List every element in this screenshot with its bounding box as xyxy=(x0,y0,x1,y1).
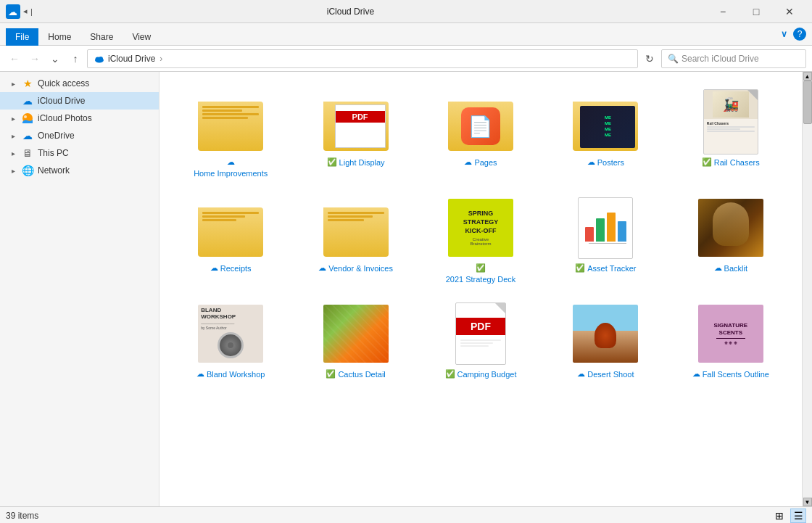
label-home-improvements: ☁ Home Improvements xyxy=(191,157,270,178)
tab-view[interactable]: View xyxy=(123,28,160,45)
file-item-strategy-deck[interactable]: SPRINGSTRATEGYKICK-OFF CreativeBrainstor… xyxy=(421,189,540,289)
dropdown-recent-button[interactable]: ⌄ xyxy=(46,50,64,67)
minimize-button[interactable]: − xyxy=(706,0,740,23)
sidebar-item-quick-access[interactable]: ▸ ★ Quick access xyxy=(0,75,159,92)
file-item-backlit[interactable]: ☁ Backlit xyxy=(671,189,790,289)
ribbon-expand[interactable]: ∨ xyxy=(775,26,793,42)
cloud-status-icon-5: ☁ xyxy=(318,263,326,273)
expand-icon-5: ▸ xyxy=(9,149,17,157)
sidebar-item-onedrive[interactable]: ▸ ☁ OneDrive xyxy=(0,127,159,144)
cloud-status-icon: ☁ xyxy=(227,157,235,167)
scroll-down-btn[interactable]: ▼ xyxy=(803,498,812,506)
thumb-camping-budget: PDF xyxy=(444,301,517,366)
sidebar-label-icloud-drive: iCloud Drive xyxy=(38,96,85,106)
onedrive-icon: ☁ xyxy=(22,130,33,141)
label-light-display: ✅ Light Display xyxy=(327,157,385,167)
file-item-vendor-invoices[interactable]: ☁ Vendor & Invoices xyxy=(296,189,415,289)
sidebar-item-network[interactable]: ▸ 🌐 Network xyxy=(0,162,159,179)
sidebar-item-icloud-drive[interactable]: ▸ ☁ iCloud Drive xyxy=(0,92,159,110)
expand-icon-4: ▸ xyxy=(9,131,17,140)
ribbon-tabs: File Home Share View ∨ ? xyxy=(0,23,812,45)
tab-home[interactable]: Home xyxy=(38,28,80,45)
label-strategy-deck: ✅ 2021 Strategy Deck xyxy=(441,263,521,284)
refresh-button[interactable]: ↻ xyxy=(641,50,658,67)
sidebar-label-this-pc: This PC xyxy=(38,148,69,158)
label-fall-scents: ☁ Fall Scents Outline xyxy=(692,369,769,379)
up-button[interactable]: ↑ xyxy=(67,50,84,67)
search-box[interactable]: 🔍 Search iCloud Drive xyxy=(661,49,806,68)
file-content: ☁ Home Improvements PDF xyxy=(160,72,802,506)
thumb-pages: 📄 xyxy=(444,89,517,155)
thumb-home-improvements xyxy=(194,89,267,155)
thumb-vendor-invoices xyxy=(320,195,392,260)
breadcrumb-arrow: › xyxy=(160,54,162,64)
breadcrumb[interactable]: iCloud Drive › xyxy=(87,49,638,68)
star-icon: ★ xyxy=(22,78,33,89)
file-item-rail-chasers[interactable]: 🚂 Rail Chasers ✅ Rail Chasers xyxy=(671,83,790,184)
details-view-btn[interactable]: ☰ xyxy=(790,508,806,523)
file-item-camping-budget[interactable]: PDF ✅ Camping Budget xyxy=(421,295,540,384)
expand-icon-6: ▸ xyxy=(9,166,17,175)
large-icons-view-btn[interactable]: ⊞ xyxy=(771,508,787,523)
cloud-status-icon-7: ☁ xyxy=(196,369,204,379)
item-count: 39 items xyxy=(6,511,38,521)
file-item-fall-scents[interactable]: SIGNATURESCENTS ❋ ❋ ❋ ☁ Fall Scents Outl… xyxy=(671,295,790,384)
sync-status-icon-4: ✅ xyxy=(575,263,585,273)
cloud-status-icon-6: ☁ xyxy=(714,263,722,273)
expand-icon-3: ▸ xyxy=(9,114,17,123)
file-item-cactus-detail[interactable]: ✅ Cactus Detail xyxy=(296,295,415,384)
thumb-asset-tracker xyxy=(569,195,642,260)
thumb-cactus-detail xyxy=(320,301,392,366)
help-button[interactable]: ? xyxy=(793,28,806,41)
search-placeholder: Search iCloud Drive xyxy=(682,54,759,64)
sync-status-icon-5: ✅ xyxy=(326,369,336,379)
scroll-up-btn[interactable]: ▲ xyxy=(803,72,812,81)
ribbon: File Home Share View ∨ ? xyxy=(0,23,812,46)
label-receipts: ☁ Receipts xyxy=(210,263,252,273)
view-controls: ⊞ ☰ xyxy=(771,508,806,523)
scroll-thumb[interactable] xyxy=(803,81,812,124)
sidebar-label-network: Network xyxy=(38,165,70,176)
file-item-desert-shoot[interactable]: ☁ Desert Shoot xyxy=(546,295,665,384)
label-rail-chasers: ✅ Rail Chasers xyxy=(702,157,760,167)
sidebar: ▸ ★ Quick access ▸ ☁ iCloud Drive ▸ iClo… xyxy=(0,72,160,506)
label-asset-tracker: ✅ Asset Tracker xyxy=(575,263,636,273)
cloud-status-icon-4: ☁ xyxy=(210,263,218,273)
file-item-bland-workshop[interactable]: BLANDWORKSHOP ─────────────by Some Autho… xyxy=(171,295,290,384)
sidebar-item-icloud-photos[interactable]: ▸ iCloud Photos xyxy=(0,110,159,127)
title-bar-title: iCloud Drive xyxy=(0,7,706,17)
file-grid: ☁ Home Improvements PDF xyxy=(171,78,790,390)
thumb-light-display: PDF xyxy=(320,89,392,155)
maximize-button[interactable]: □ xyxy=(740,0,773,23)
sidebar-label-icloud-photos: iCloud Photos xyxy=(38,113,92,123)
cloud-icon: ☁ xyxy=(22,95,33,107)
main-area: ▸ ★ Quick access ▸ ☁ iCloud Drive ▸ iClo… xyxy=(0,72,812,506)
file-item-pages[interactable]: 📄 ☁ Pages xyxy=(421,83,540,184)
file-item-home-improvements[interactable]: ☁ Home Improvements xyxy=(171,83,290,184)
thumb-receipts xyxy=(194,195,267,260)
file-item-posters[interactable]: MEMEMEME ☁ Posters xyxy=(546,83,665,184)
file-item-light-display[interactable]: PDF ✅ Light Display xyxy=(296,83,415,184)
network-icon: 🌐 xyxy=(22,165,33,176)
sync-status-icon-3: ✅ xyxy=(476,263,486,273)
scrollbar[interactable]: ▲ ▼ xyxy=(802,72,812,506)
tab-file[interactable]: File xyxy=(6,28,38,46)
sidebar-item-this-pc[interactable]: ▸ 🖥 This PC xyxy=(0,144,159,162)
label-posters: ☁ Posters xyxy=(587,157,624,167)
sync-status-icon-6: ✅ xyxy=(445,369,455,379)
thumb-posters: MEMEMEME xyxy=(569,89,642,155)
close-button[interactable]: ✕ xyxy=(773,0,806,23)
sync-status-icon-2: ✅ xyxy=(702,157,712,167)
thumb-rail-chasers: 🚂 Rail Chasers xyxy=(695,89,767,155)
forward-button[interactable]: → xyxy=(26,50,44,67)
tab-share[interactable]: Share xyxy=(80,28,123,45)
photos-icon xyxy=(22,112,33,124)
label-pages: ☁ Pages xyxy=(464,157,497,167)
search-icon: 🔍 xyxy=(668,54,679,64)
back-button[interactable]: ← xyxy=(6,50,23,67)
label-cactus-detail: ✅ Cactus Detail xyxy=(326,369,385,379)
file-item-asset-tracker[interactable]: ✅ Asset Tracker xyxy=(546,189,665,289)
file-item-receipts[interactable]: ☁ Receipts xyxy=(171,189,290,289)
sidebar-label-onedrive: OneDrive xyxy=(38,131,75,141)
pc-icon: 🖥 xyxy=(22,147,33,159)
